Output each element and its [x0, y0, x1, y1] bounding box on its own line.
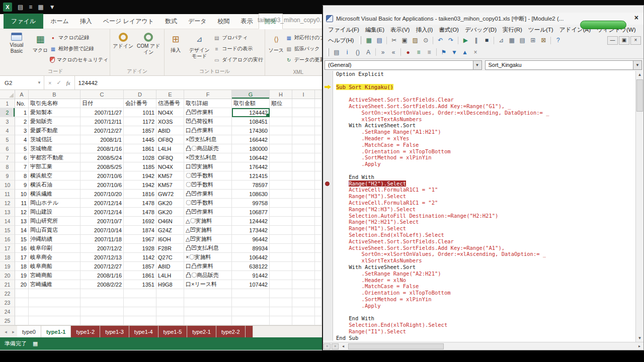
- com-add-ins-button[interactable]: COM アドイン: [134, 30, 163, 68]
- row-header-25[interactable]: 25: [0, 316, 15, 325]
- row-header-22[interactable]: 22: [0, 289, 15, 298]
- reset-icon[interactable]: ■: [481, 36, 492, 45]
- cell-G1[interactable]: 取引金額: [232, 99, 270, 108]
- code-line-3[interactable]: Sub Sort_Kingaku(): [323, 84, 635, 90]
- tabs-scroll-right-icon[interactable]: ▸: [10, 326, 17, 337]
- cell-D13[interactable]: 1478: [124, 208, 156, 217]
- column-header-F[interactable]: F: [184, 90, 232, 99]
- cell-A2[interactable]: 1: [15, 108, 29, 117]
- code-line-5[interactable]: ActiveSheet.Sort.SortFields.Clear: [323, 97, 635, 103]
- code-margin[interactable]: [323, 264, 333, 270]
- cell-G2[interactable]: 124442: [232, 108, 270, 117]
- cell-E19[interactable]: A8ID: [156, 262, 184, 271]
- cell-F7[interactable]: ×凹支払利息: [184, 153, 232, 162]
- cell-I16[interactable]: [292, 235, 315, 244]
- cell-I10[interactable]: [292, 180, 315, 190]
- code-margin[interactable]: [323, 290, 333, 296]
- vba-menu-help[interactable]: ヘルプ(H): [325, 37, 357, 44]
- cell-H21[interactable]: [270, 280, 292, 289]
- cell-F19[interactable]: 口凸作業料: [184, 262, 232, 271]
- column-header-H[interactable]: H: [270, 90, 292, 99]
- cell-E4[interactable]: A8ID: [156, 126, 184, 135]
- cell-I20[interactable]: [292, 271, 315, 280]
- code-margin[interactable]: [323, 129, 333, 135]
- cell-J25[interactable]: [315, 316, 321, 325]
- sheet-tab-type1-5[interactable]: type1-5: [158, 326, 188, 337]
- code-line-27[interactable]: ActiveSheet.Sort.SortFields.Clear: [323, 238, 635, 245]
- cell-F2[interactable]: 凸凹作業料: [184, 108, 232, 117]
- row-header-19[interactable]: 19: [0, 262, 15, 271]
- cell-A6[interactable]: 5: [15, 144, 29, 153]
- cell-A21[interactable]: 20: [15, 280, 29, 289]
- help-icon[interactable]: ?: [553, 36, 563, 45]
- sheet-tab-partial[interactable]: [246, 326, 253, 337]
- cell-C7[interactable]: 2008/5/24: [80, 153, 124, 162]
- indent-icon[interactable]: »: [378, 47, 388, 57]
- cell-A7[interactable]: 6: [15, 153, 29, 162]
- cell-A19[interactable]: 18: [15, 262, 29, 271]
- cell-E24[interactable]: [156, 307, 184, 316]
- cell-C24[interactable]: [80, 307, 124, 316]
- code-line-33[interactable]: .Header = xlNo: [323, 277, 635, 284]
- column-header-C[interactable]: C: [80, 90, 124, 99]
- code-margin[interactable]: [323, 270, 333, 277]
- object-dropdown[interactable]: (General) ▼: [325, 60, 482, 70]
- cell-A11[interactable]: 10: [15, 190, 29, 199]
- cell-D15[interactable]: 1874: [124, 226, 156, 235]
- cell-D24[interactable]: [124, 307, 156, 316]
- cell-D16[interactable]: 1967: [124, 235, 156, 244]
- cell-I13[interactable]: [292, 208, 315, 217]
- save-icon[interactable]: ▤: [374, 36, 384, 45]
- cell-E10[interactable]: KM57: [156, 180, 184, 190]
- cell-B16[interactable]: 沖縄紡績: [29, 235, 80, 244]
- code-line-25[interactable]: Range("H1").Select: [323, 225, 635, 232]
- code-margin[interactable]: [323, 296, 333, 303]
- insert-control-button[interactable]: 挿入: [166, 30, 185, 68]
- cell-H17[interactable]: [270, 244, 292, 253]
- code-line-38[interactable]: [323, 309, 635, 315]
- code-line-14[interactable]: .SortMethod = xlPinYin: [323, 154, 635, 161]
- vscroll-track[interactable]: [636, 78, 643, 334]
- cell-E22[interactable]: [156, 289, 184, 298]
- cell-H16[interactable]: [270, 235, 292, 244]
- cell-G25[interactable]: [232, 316, 270, 325]
- row-header-12[interactable]: 12: [0, 199, 15, 208]
- code-margin[interactable]: [323, 335, 333, 341]
- cell-D14[interactable]: 1692: [124, 217, 156, 226]
- hscroll-thumb[interactable]: [348, 343, 444, 349]
- cell-E5[interactable]: OF8Q: [156, 135, 184, 144]
- code-margin[interactable]: [323, 303, 333, 309]
- cell-F14[interactable]: △〇実施料: [184, 217, 232, 226]
- code-line-37[interactable]: .Apply: [323, 303, 635, 309]
- sheet-tab-type2-2[interactable]: type2-2: [216, 326, 246, 337]
- cell-B24[interactable]: [29, 307, 80, 316]
- macro-indicator-icon[interactable]: ▦: [33, 340, 38, 347]
- cell-A3[interactable]: 2: [15, 117, 29, 126]
- code-line-40[interactable]: Selection.End(xlToRight).Select: [323, 322, 635, 328]
- object-browser-icon[interactable]: ⊞: [528, 36, 538, 45]
- cell-B23[interactable]: [29, 298, 80, 307]
- code-margin[interactable]: [323, 84, 333, 90]
- cell-J5[interactable]: [315, 135, 321, 144]
- cell-G9[interactable]: 121415: [232, 171, 270, 180]
- paste-icon[interactable]: ▨: [410, 36, 420, 45]
- code-margin[interactable]: [323, 238, 333, 245]
- cell-I12[interactable]: [292, 199, 315, 208]
- design-mode-button[interactable]: デザイン モード: [185, 30, 213, 68]
- code-line-28[interactable]: ActiveSheet.Sort.SortFields.Add Key:=Ran…: [323, 245, 635, 251]
- code-line-42[interactable]: End Sub: [323, 335, 635, 341]
- cell-J9[interactable]: [315, 171, 321, 180]
- splitter-handle-1[interactable]: ≡: [324, 343, 331, 349]
- cell-G19[interactable]: 638122: [232, 262, 270, 271]
- cell-E11[interactable]: GW72: [156, 190, 184, 199]
- row-header-14[interactable]: 14: [0, 217, 15, 226]
- code-margin[interactable]: [323, 142, 333, 148]
- column-header-extra[interactable]: [315, 90, 321, 99]
- row-header-17[interactable]: 17: [0, 244, 15, 253]
- cell-E12[interactable]: GK20: [156, 199, 184, 208]
- cell-F20[interactable]: 凸〇商品販売: [184, 271, 232, 280]
- cell-H13[interactable]: [270, 208, 292, 217]
- column-header-E[interactable]: E: [156, 90, 184, 99]
- cell-H2[interactable]: [270, 108, 292, 117]
- cell-D20[interactable]: 1861: [124, 271, 156, 280]
